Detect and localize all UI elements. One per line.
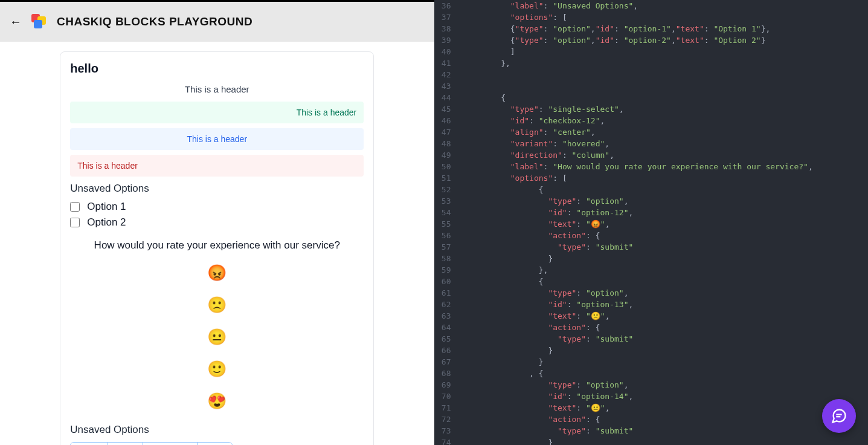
chat-icon <box>831 408 847 424</box>
code-content[interactable]: "action": { <box>463 230 869 241</box>
code-content[interactable]: "type": "submit" <box>463 425 869 437</box>
code-content[interactable]: }, <box>463 57 869 69</box>
code-content[interactable]: {"type": "option","id": "option-2","text… <box>463 34 869 46</box>
button-uno[interactable]: uno <box>108 443 143 445</box>
code-content[interactable]: "id": "checkbox-12", <box>463 115 869 126</box>
code-line[interactable]: 73 "type": "submit" <box>434 425 869 437</box>
code-line[interactable]: 58 } <box>434 253 869 264</box>
code-line[interactable]: 49 "direction": "column", <box>434 149 869 161</box>
code-content[interactable]: "id": "option-14", <box>463 391 869 402</box>
code-content[interactable]: } <box>463 345 869 356</box>
emoji-option-angry[interactable]: 😡 <box>70 264 364 282</box>
code-content[interactable]: } <box>463 253 869 264</box>
code-content[interactable]: "align": "center", <box>463 126 869 138</box>
code-line[interactable]: 63 "text": "🙁", <box>434 310 869 322</box>
line-number: 72 <box>434 414 463 425</box>
code-content[interactable]: { <box>463 184 869 195</box>
code-line[interactable]: 54 "id": "option-12", <box>434 207 869 218</box>
code-content[interactable]: } <box>463 437 869 445</box>
emoji-option-neutral[interactable]: 😐 <box>70 328 364 346</box>
button-tres[interactable]: tres <box>198 443 232 445</box>
code-content[interactable] <box>463 80 869 92</box>
button-option1[interactable]: Option 1 <box>143 443 198 445</box>
checkbox-input[interactable] <box>70 218 80 227</box>
chat-fab-button[interactable] <box>822 399 856 433</box>
line-number: 59 <box>434 264 463 276</box>
code-line[interactable]: 45 "type": "single-select", <box>434 103 869 115</box>
code-line[interactable]: 56 "action": { <box>434 230 869 241</box>
code-line[interactable]: 48 "variant": "hovered", <box>434 138 869 149</box>
code-line[interactable]: 69 "type": "option", <box>434 379 869 391</box>
code-content[interactable]: "text": "😡", <box>463 218 869 230</box>
code-line[interactable]: 74 } <box>434 437 869 445</box>
button-first[interactable]: First <box>71 443 108 445</box>
code-content[interactable]: "type": "option", <box>463 287 869 299</box>
code-line[interactable]: 65 "type": "submit" <box>434 333 869 345</box>
code-content[interactable]: "options": [ <box>463 172 869 184</box>
code-line[interactable]: 68 , { <box>434 368 869 379</box>
header-banner-error: This is a header <box>70 155 364 177</box>
code-content[interactable]: "label": "How would you rate your experi… <box>463 161 869 172</box>
code-content[interactable]: { <box>463 276 869 287</box>
code-line[interactable]: 61 "type": "option", <box>434 287 869 299</box>
code-content[interactable]: "text": "😐", <box>463 402 869 414</box>
code-line[interactable]: 50 "label": "How would you rate your exp… <box>434 161 869 172</box>
code-content[interactable]: "type": "option", <box>463 379 869 391</box>
code-line[interactable]: 71 "text": "😐", <box>434 402 869 414</box>
code-line[interactable]: 53 "type": "option", <box>434 195 869 207</box>
code-content[interactable]: "options": [ <box>463 11 869 23</box>
code-line[interactable]: 59 }, <box>434 264 869 276</box>
code-content[interactable]: "direction": "column", <box>463 149 869 161</box>
code-line[interactable]: 42 <box>434 69 869 80</box>
code-line[interactable]: 67 } <box>434 356 869 368</box>
code-content[interactable] <box>463 69 869 80</box>
code-line[interactable]: 36 "label": "Unsaved Options", <box>434 0 869 11</box>
code-content[interactable]: "type": "submit" <box>463 241 869 253</box>
code-content[interactable]: , { <box>463 368 869 379</box>
emoji-option-love[interactable]: 😍 <box>70 392 364 411</box>
checkbox-input[interactable] <box>70 202 80 212</box>
code-content[interactable]: "text": "🙁", <box>463 310 869 322</box>
code-line[interactable]: 39 {"type": "option","id": "option-2","t… <box>434 34 869 46</box>
emoji-option-happy[interactable]: 🙂 <box>70 360 364 378</box>
back-arrow-icon[interactable]: ← <box>10 15 22 29</box>
code-line[interactable]: 52 { <box>434 184 869 195</box>
code-content[interactable]: "action": { <box>463 322 869 333</box>
code-line[interactable]: 64 "action": { <box>434 322 869 333</box>
emoji-option-sad[interactable]: 🙁 <box>70 296 364 314</box>
code-content[interactable]: ] <box>463 46 869 57</box>
logo-icon <box>30 13 48 31</box>
code-content[interactable]: "variant": "hovered", <box>463 138 869 149</box>
code-line[interactable]: 51 "options": [ <box>434 172 869 184</box>
code-line[interactable]: 37 "options": [ <box>434 11 869 23</box>
checkbox-option-2[interactable]: Option 2 <box>70 216 364 229</box>
code-line[interactable]: 44 { <box>434 92 869 103</box>
code-line[interactable]: 57 "type": "submit" <box>434 241 869 253</box>
code-content[interactable]: { <box>463 92 869 103</box>
code-line[interactable]: 40 ] <box>434 46 869 57</box>
code-line[interactable]: 46 "id": "checkbox-12", <box>434 115 869 126</box>
code-line[interactable]: 38 {"type": "option","id": "option-1","t… <box>434 23 869 34</box>
checkbox-option-1[interactable]: Option 1 <box>70 201 364 213</box>
code-content[interactable]: "type": "single-select", <box>463 103 869 115</box>
code-content[interactable]: "label": "Unsaved Options", <box>463 0 869 11</box>
code-content[interactable]: "id": "option-12", <box>463 207 869 218</box>
code-line[interactable]: 70 "id": "option-14", <box>434 391 869 402</box>
code-content[interactable]: }, <box>463 264 869 276</box>
code-content[interactable]: {"type": "option","id": "option-1","text… <box>463 23 869 34</box>
code-line[interactable]: 60 { <box>434 276 869 287</box>
code-content[interactable]: } <box>463 356 869 368</box>
code-line[interactable]: 47 "align": "center", <box>434 126 869 138</box>
code-line[interactable]: 66 } <box>434 345 869 356</box>
code-content[interactable]: "action": { <box>463 414 869 425</box>
code-content[interactable]: "type": "submit" <box>463 333 869 345</box>
code-line[interactable]: 62 "id": "option-13", <box>434 299 869 310</box>
code-line[interactable]: 72 "action": { <box>434 414 869 425</box>
code-content[interactable]: "id": "option-13", <box>463 299 869 310</box>
code-content[interactable]: "type": "option", <box>463 195 869 207</box>
code-editor[interactable]: 36 "label": "Unsaved Options",37 "option… <box>434 0 869 445</box>
code-line[interactable]: 43 <box>434 80 869 92</box>
code-line[interactable]: 41 }, <box>434 57 869 69</box>
line-number: 65 <box>434 333 463 345</box>
code-line[interactable]: 55 "text": "😡", <box>434 218 869 230</box>
